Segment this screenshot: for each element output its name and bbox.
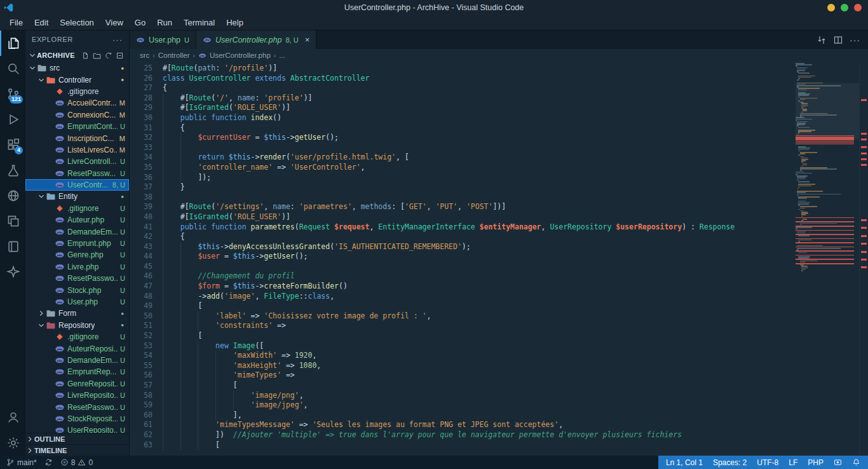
tree-folder-src[interactable]: src●: [25, 62, 129, 74]
code-line[interactable]: 53 new Image([: [130, 341, 794, 351]
code-line[interactable]: 48 ->add('image', FileType::class,: [130, 292, 794, 302]
code-line[interactable]: 51 'constraints' =>: [130, 321, 794, 331]
code-line[interactable]: 63 [: [130, 440, 794, 451]
refresh-icon[interactable]: [104, 51, 112, 60]
tree-file-livre-php[interactable]: phpLivre.phpU: [25, 261, 129, 273]
activity-project-manager[interactable]: [0, 208, 25, 234]
code-line[interactable]: 30 public function index(): [130, 113, 794, 123]
compare-changes-icon[interactable]: [817, 35, 827, 45]
code-line[interactable]: 54 'maxWidth' => 1920,: [130, 351, 794, 361]
menu-file[interactable]: File: [4, 17, 29, 29]
menu-go[interactable]: Go: [129, 17, 151, 29]
menu-edit[interactable]: Edit: [29, 17, 54, 29]
language-mode[interactable]: PHP: [803, 456, 829, 469]
tree-file-inscriptionc[interactable]: phpInscriptionC...M: [25, 132, 129, 144]
code-line[interactable]: 31 {: [130, 123, 794, 133]
activity-run-debug[interactable]: [0, 107, 25, 132]
tree-folder-controller[interactable]: Controller●: [25, 74, 129, 85]
code-line[interactable]: 26class UserController extends AbstractC…: [130, 74, 794, 84]
activity-search[interactable]: [0, 56, 25, 81]
tab-user-php[interactable]: php User.php U: [130, 31, 196, 49]
tree-file-livrecontroll[interactable]: phpLivreControll...U: [25, 156, 129, 167]
minimap[interactable]: [796, 62, 859, 63]
tree-file-gitignore[interactable]: .gitignoreU: [25, 331, 129, 343]
eol-setting[interactable]: LF: [783, 456, 803, 469]
breadcrumb-src[interactable]: src: [140, 51, 149, 59]
tree-file-usercontr[interactable]: phpUserContr...8, U: [25, 179, 129, 191]
code-line[interactable]: 32 $currentUser = $this->getUser();: [130, 133, 794, 143]
cursor-position[interactable]: Ln 1, Col 1: [661, 456, 708, 469]
activity-accounts[interactable]: [0, 405, 25, 430]
code-line[interactable]: 60 ],: [130, 411, 794, 421]
tree-file-livrereposito[interactable]: phpLivreReposito...U: [25, 390, 129, 401]
tree-file-auteurreposi[interactable]: phpAuteurReposi...U: [25, 343, 129, 354]
explorer-more-actions-icon[interactable]: ···: [112, 35, 123, 44]
sync-indicator[interactable]: [41, 458, 57, 466]
tree-file-userreposito[interactable]: phpUserReposito...U: [25, 425, 129, 433]
tree-file-listelivresco[interactable]: phpListeLivresCo...M: [25, 144, 129, 156]
code-line[interactable]: 39 #[Route('/settings', name: 'parametre…: [130, 202, 794, 212]
tree-folder-form[interactable]: Form●: [25, 308, 129, 319]
breadcrumb-symbol[interactable]: ...: [279, 51, 285, 59]
new-folder-icon[interactable]: [93, 51, 101, 60]
code-line[interactable]: 59 'image/jpeg',: [130, 400, 794, 411]
menu-terminal[interactable]: Terminal: [178, 17, 220, 29]
activity-testing[interactable]: [0, 158, 25, 183]
maximize-button[interactable]: [841, 4, 848, 11]
code-line[interactable]: 44 $user = $this->getUser();: [130, 252, 794, 262]
menu-view[interactable]: View: [100, 17, 129, 29]
code-line[interactable]: 28 #[Route('/', name: 'profile')]: [130, 93, 794, 104]
code-line[interactable]: 25#[Route(path: '/profile')]: [130, 64, 794, 74]
breadcrumb-controller[interactable]: Controller: [158, 51, 190, 59]
tree-file-connexionc[interactable]: phpConnexionC...M: [25, 109, 129, 121]
tab-usercontroller-php[interactable]: php UserController.php 8, U ×: [196, 31, 316, 49]
collapse-all-icon[interactable]: [116, 51, 124, 60]
code-line[interactable]: 38: [130, 193, 794, 203]
new-file-icon[interactable]: [81, 51, 90, 60]
breadcrumb-file[interactable]: UserController.php: [210, 51, 271, 59]
tree-file-stock-php[interactable]: phpStock.phpU: [25, 284, 129, 296]
code-line[interactable]: 33: [130, 143, 794, 153]
encoding-setting[interactable]: UTF-8: [752, 456, 783, 469]
tree-file-resetpassw[interactable]: phpResetPassw...U: [25, 168, 129, 179]
tree-folder-entity[interactable]: Entity●: [25, 191, 129, 202]
tree-file-empruntrep[interactable]: phpEmpruntRep...U: [25, 366, 129, 377]
tree-file-emprunt-php[interactable]: phpEmprunt.phpU: [25, 238, 129, 249]
activity-source-control[interactable]: 121: [0, 81, 25, 107]
tree-file-genrereposit[interactable]: phpGenreReposit...U: [25, 378, 129, 390]
workspace-section-header[interactable]: ARCHHIVE: [25, 48, 129, 62]
tree-file-demandeem[interactable]: phpDemandeEm...U: [25, 355, 129, 366]
problems-indicator[interactable]: 8 0: [57, 458, 97, 467]
screencast-icon[interactable]: [829, 456, 847, 469]
indentation-setting[interactable]: Spaces: 2: [708, 456, 752, 469]
menu-run[interactable]: Run: [151, 17, 178, 29]
tree-file-user-php[interactable]: phpUser.phpU: [25, 296, 129, 308]
code-line[interactable]: 46 //Changement du profil: [130, 271, 794, 282]
tree-file-accueilcontr[interactable]: phpAccueilContr...M: [25, 97, 129, 109]
code-line[interactable]: 35 'controller_name' => 'UserController'…: [130, 163, 794, 173]
code-line[interactable]: 34 return $this->render('user/profile.ht…: [130, 153, 794, 163]
tree-file-resetpasswo[interactable]: phpResetPasswo...U: [25, 273, 129, 284]
activity-ai-assistant[interactable]: [0, 259, 25, 285]
code-line[interactable]: 41 public function parametres(Request $r…: [130, 222, 794, 233]
activity-live-preview[interactable]: [0, 183, 25, 208]
code-line[interactable]: 42 {: [130, 232, 794, 242]
tree-file-empruntcont[interactable]: phpEmpruntCont...U: [25, 121, 129, 132]
timeline-section[interactable]: TIMELINE: [25, 444, 129, 456]
tree-file-resetpasswo[interactable]: phpResetPasswo...U: [25, 401, 129, 412]
tree-folder-repository[interactable]: Repository●: [25, 320, 129, 331]
more-actions-icon[interactable]: ···: [850, 35, 860, 45]
minimap-slider[interactable]: [796, 83, 859, 139]
code-line[interactable]: 36 ]);: [130, 173, 794, 183]
code-line[interactable]: 43 $this->denyAccessUnlessGranted('IS_AU…: [130, 242, 794, 252]
close-tab-icon[interactable]: ×: [305, 35, 310, 44]
code-line[interactable]: 49 [: [130, 301, 794, 311]
activity-settings[interactable]: [0, 430, 25, 456]
tree-file-gitignore[interactable]: .gitignore: [25, 86, 129, 97]
split-editor-icon[interactable]: [833, 35, 843, 45]
tree-file-demandeem[interactable]: phpDemandeEm...U: [25, 226, 129, 237]
code-line[interactable]: 45: [130, 262, 794, 272]
tree-file-genre-php[interactable]: phpGenre.phpU: [25, 249, 129, 261]
code-line[interactable]: 50 'label' => 'Choisissez votre image de…: [130, 311, 794, 322]
code-line[interactable]: 40 #[IsGranted('ROLE_USER')]: [130, 212, 794, 222]
